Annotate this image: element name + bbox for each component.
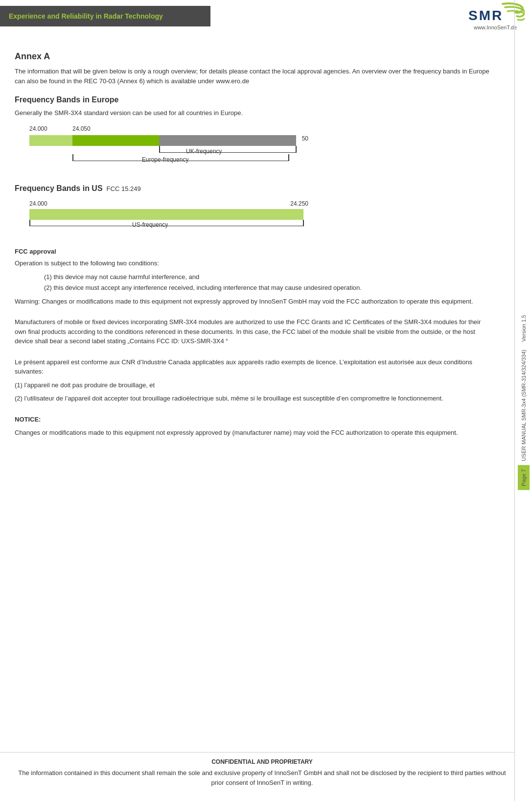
us-freq-title: Frequency Bands in US bbox=[15, 184, 103, 193]
footer: CONFIDENTIAL AND PROPRIETARY The informa… bbox=[0, 752, 514, 791]
logo-url: www.InnoSenT.de bbox=[474, 24, 517, 30]
notice-title: NOTICE: bbox=[15, 416, 41, 423]
annex-title: Annex A bbox=[15, 51, 490, 62]
us-bar bbox=[29, 209, 303, 220]
header-banner: Experience and Reliability in Radar Tech… bbox=[0, 6, 210, 26]
fcc-condition2: (2) this device must accept any interfer… bbox=[44, 283, 490, 293]
fcc-conditions: (1) this device may not cause harmful in… bbox=[15, 272, 490, 293]
banner-text: Experience and Reliability in Radar Tech… bbox=[9, 12, 163, 20]
fcc-condition1: (1) this device may not cause harmful in… bbox=[44, 272, 490, 282]
sidebar-version: Version 1.5 bbox=[521, 311, 527, 346]
uk-freq-line bbox=[159, 152, 296, 153]
header: Experience and Reliability in Radar Tech… bbox=[0, 0, 532, 32]
europe-freq-title: Frequency Bands in Europe bbox=[15, 95, 490, 104]
annex-desc: The information that will be given below… bbox=[15, 67, 490, 86]
europe-freq-desc: Generally the SMR-3X4 standard version c… bbox=[15, 108, 490, 118]
fcc-warning: Warning: Changes or modifications made t… bbox=[15, 297, 490, 306]
europe-bar-grey bbox=[159, 135, 296, 146]
us-chart-label-right: 24.250 bbox=[290, 200, 308, 207]
eu-freq-label: Europe-frequency bbox=[142, 156, 188, 163]
uk-freq-label: UK-frequency bbox=[186, 148, 222, 155]
europe-chart-label-mid: 24.050 bbox=[72, 125, 91, 132]
fcc-manufacturers: Manufacturers of mobile or fixed devices… bbox=[15, 317, 490, 346]
fcc-intro: Operation is subject to the following tw… bbox=[15, 259, 490, 268]
sidebar-page: Page 7 bbox=[518, 465, 530, 490]
fcc-french2: (1) l’appareil ne doit pas produire de b… bbox=[15, 380, 490, 390]
europe-chart-label-left: 24.000 bbox=[29, 125, 47, 132]
sidebar-right: Version 1.5 USER MANUAL SMR-3x4 (SMR-314… bbox=[514, 0, 532, 801]
footer-text: The information contained in this docume… bbox=[15, 768, 509, 787]
fcc-approval-section: FCC approval Operation is subject to the… bbox=[15, 247, 490, 438]
us-chart-label-left: 24.000 bbox=[29, 200, 47, 207]
fcc-french1: Le présent appareil est conforme aux CNR… bbox=[15, 357, 490, 377]
us-freq-label: US-frequency bbox=[132, 221, 168, 228]
svg-text:SMR: SMR bbox=[468, 8, 503, 23]
fcc-french3: (2) l’utilisateur de l’appareil doit acc… bbox=[15, 394, 490, 403]
sidebar-manual: USER MANUAL SMR-3x4 (SMR-314/324/334) bbox=[521, 346, 527, 465]
us-chart: 24.000 24.250 US-frequency bbox=[29, 200, 313, 239]
main-content: Annex A The information that will be giv… bbox=[0, 32, 514, 451]
footer-confidential: CONFIDENTIAL AND PROPRIETARY bbox=[15, 757, 509, 766]
notice-text: Changes or modifications made to this eq… bbox=[15, 428, 490, 438]
europe-chart: 24.000 24.050 50 UK-frequency Europe-fre… bbox=[29, 125, 313, 174]
us-freq-heading: Frequency Bands in US FCC 15.249 bbox=[15, 184, 490, 193]
us-freq-fcc: FCC 15.249 bbox=[107, 185, 141, 192]
fcc-approval-title: FCC approval bbox=[15, 247, 490, 257]
europe-chart-label-right: 50 bbox=[302, 135, 308, 142]
